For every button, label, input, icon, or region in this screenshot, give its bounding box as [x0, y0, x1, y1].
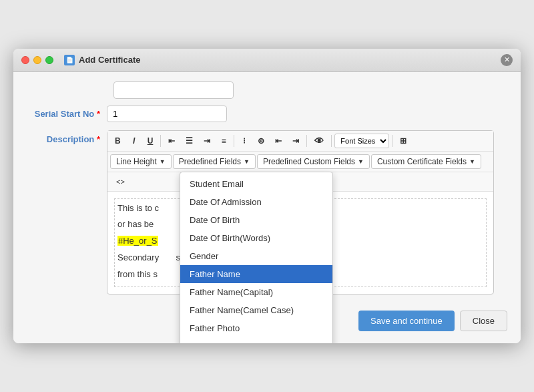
align-center-button[interactable]: ☰ [181, 134, 198, 148]
close-dialog-button[interactable]: Close [460, 311, 507, 331]
toolbar-row1: B I U ⇤ ☰ ⇥ ≡ ⁝ ⊚ ⇤ ⇥ 👁 [107, 131, 493, 152]
bold-button[interactable]: B [110, 134, 125, 148]
line-height-button[interactable]: Line Height ▼ [110, 154, 172, 169]
font-sizes-select[interactable]: Font Sizes [334, 134, 389, 148]
dropdown-item-father-photo[interactable]: Father Photo [180, 319, 332, 337]
serial-row: Serial Start No * [27, 106, 507, 122]
separator-1 [160, 135, 161, 147]
custom-cert-fields-button[interactable]: Custom Certificate Fields ▼ [371, 154, 481, 169]
list-ol-button[interactable]: ⊚ [253, 134, 269, 148]
eye-icon: 👁 [314, 136, 324, 146]
dropdown-item-date-admission[interactable]: Date Of Admission [180, 193, 332, 211]
dropdown-item-student-email[interactable]: Student Email [180, 175, 332, 193]
predefined-fields-arrow-icon: ▼ [244, 158, 250, 165]
he-or-s-highlight: #He_or_S [117, 236, 158, 246]
list-ul-button[interactable]: ⁝ [237, 134, 252, 148]
dropdown-item-date-birth-words[interactable]: Date Of Birth(Words) [180, 229, 332, 247]
top-input-row [27, 81, 507, 99]
dropdown-item-father-name-camel[interactable]: Father Name(Camel Case) [180, 301, 332, 319]
toolbar-row2: Line Height ▼ Predefined Fields ▼ Predef… [107, 152, 493, 172]
minimize-traffic-light[interactable] [33, 56, 41, 64]
dropdown-item-father-mobileno[interactable]: Father MobileNo [180, 337, 332, 344]
rich-text-editor: B I U ⇤ ☰ ⇥ ≡ ⁝ ⊚ ⇤ ⇥ 👁 [107, 130, 494, 295]
dropdown-item-father-name[interactable]: Father Name [180, 265, 332, 283]
save-continue-button[interactable]: Save and continue [358, 311, 455, 331]
line-height-arrow-icon: ▼ [160, 158, 166, 165]
maximize-traffic-light[interactable] [45, 56, 53, 64]
eye-button[interactable]: 👁 [310, 134, 328, 148]
separator-5 [392, 135, 392, 147]
top-placeholder-input[interactable] [113, 81, 234, 99]
window-icon: 📄 [64, 55, 75, 65]
separator-3 [306, 135, 307, 147]
close-traffic-light[interactable] [21, 56, 29, 64]
underline-button[interactable]: U [143, 134, 158, 148]
predefined-custom-fields-button[interactable]: Predefined Custom Fields ▼ [257, 154, 370, 169]
indent-button[interactable]: ⇥ [288, 134, 304, 148]
description-label: Description * [27, 130, 107, 144]
grid-icon: ⊞ [400, 136, 407, 146]
serial-label: Serial Start No * [27, 109, 107, 119]
code-button[interactable]: <> [111, 174, 129, 189]
titlebar: 📄 Add Certificate ✕ [13, 49, 521, 72]
predefined-custom-arrow-icon: ▼ [358, 158, 364, 165]
italic-button[interactable]: I [127, 134, 142, 148]
predefined-fields-dropdown: Student Email Date Of Admission Date Of … [180, 172, 333, 344]
serial-input[interactable] [107, 106, 227, 122]
add-certificate-window: 📄 Add Certificate ✕ Serial Start No * De… [13, 49, 521, 344]
predefined-fields-button[interactable]: Predefined Fields ▼ [173, 154, 256, 169]
dropdown-item-father-name-capital[interactable]: Father Name(Capital) [180, 283, 332, 301]
traffic-lights [21, 56, 53, 64]
separator-4 [331, 135, 332, 147]
description-row: Description * B I U ⇤ ☰ ⇥ ≡ ⁝ ⊚ [27, 130, 507, 295]
dialog-content: Serial Start No * Description * B I U ⇤ [13, 72, 521, 344]
dropdown-item-date-birth[interactable]: Date Of Birth [180, 211, 332, 229]
align-justify-button[interactable]: ≡ [216, 134, 231, 148]
grid-button[interactable]: ⊞ [395, 134, 411, 148]
window-title: 📄 Add Certificate [64, 55, 140, 65]
align-right-button[interactable]: ⇥ [199, 134, 215, 148]
custom-cert-arrow-icon: ▼ [469, 158, 475, 165]
dropdown-item-gender[interactable]: Gender [180, 247, 332, 265]
close-button[interactable]: ✕ [501, 54, 513, 66]
align-left-button[interactable]: ⇤ [164, 134, 180, 148]
outdent-button[interactable]: ⇤ [270, 134, 286, 148]
separator-2 [234, 135, 234, 147]
